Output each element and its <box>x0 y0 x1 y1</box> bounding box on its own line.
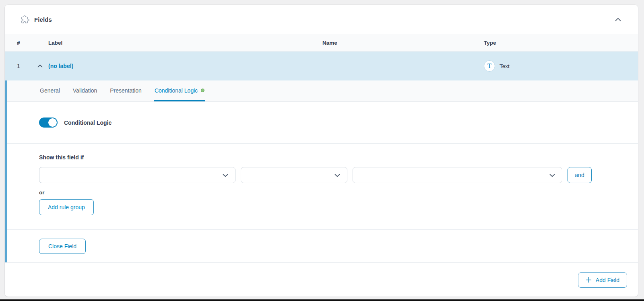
or-label: or <box>39 190 638 196</box>
chevron-down-icon <box>334 174 340 177</box>
conditional-logic-active-indicator <box>201 89 204 92</box>
close-field-row: Close Field <box>7 230 638 262</box>
text-type-icon: T <box>484 60 495 72</box>
tab-general[interactable]: General <box>39 80 61 101</box>
column-header-number: # <box>5 40 31 46</box>
add-rule-group-button[interactable]: Add rule group <box>39 199 94 215</box>
field-type-cell: T Text <box>484 60 638 72</box>
field-settings-container: General Validation Presentation Conditio… <box>5 80 638 262</box>
rule-row: and <box>39 167 638 183</box>
panel-footer: Add Field <box>5 262 638 297</box>
add-and-rule-button[interactable]: and <box>568 167 592 183</box>
field-collapse-button[interactable] <box>37 64 43 68</box>
add-field-button-label: Add Field <box>596 277 619 283</box>
field-type-label: Text <box>500 63 510 69</box>
tab-conditional-logic[interactable]: Conditional Logic <box>154 80 205 101</box>
tab-general-label: General <box>40 87 60 94</box>
conditional-logic-toggle-row: Conditional Logic <box>7 102 638 144</box>
column-header-type: Type <box>484 40 638 46</box>
chevron-down-icon <box>223 174 228 177</box>
toggle-knob <box>48 118 57 127</box>
column-header-label: Label <box>48 40 322 46</box>
chevron-up-icon <box>37 64 43 68</box>
add-field-button[interactable]: Add Field <box>578 272 627 288</box>
close-field-button[interactable]: Close Field <box>39 239 86 254</box>
rule-field-select[interactable] <box>39 167 235 183</box>
puzzle-icon <box>21 15 29 24</box>
tab-validation-label: Validation <box>73 87 97 94</box>
fields-panel: Fields # Label Name Type 1 <box>5 5 638 297</box>
plus-icon <box>586 277 592 283</box>
panel-collapse-button[interactable] <box>612 14 623 25</box>
conditional-logic-rules: Show this field if and <box>7 144 638 230</box>
field-settings-tabs: General Validation Presentation Conditio… <box>7 80 638 102</box>
column-header-name: Name <box>322 40 484 46</box>
tab-presentation-label: Presentation <box>110 87 142 94</box>
tab-presentation[interactable]: Presentation <box>109 80 142 101</box>
tab-conditional-logic-label: Conditional Logic <box>155 87 198 94</box>
table-header-row: # Label Name Type <box>5 34 638 52</box>
rule-value-select[interactable] <box>353 167 562 183</box>
tab-validation[interactable]: Validation <box>72 80 98 101</box>
field-label-link[interactable]: (no label) <box>48 63 73 69</box>
page-background: Fields # Label Name Type 1 <box>0 0 644 301</box>
conditional-logic-toggle[interactable] <box>39 118 58 128</box>
field-row-number: 1 <box>5 63 31 69</box>
rule-group-label: Show this field if <box>39 154 638 161</box>
table-row: 1 (no label) T Text <box>5 52 638 80</box>
chevron-up-icon <box>615 18 621 21</box>
chevron-down-icon <box>549 174 555 177</box>
viewport-bottom-edge <box>0 299 644 301</box>
rule-operator-select[interactable] <box>241 167 347 183</box>
panel-header: Fields <box>5 5 638 34</box>
panel-title: Fields <box>34 16 52 23</box>
conditional-logic-toggle-label: Conditional Logic <box>64 120 111 126</box>
